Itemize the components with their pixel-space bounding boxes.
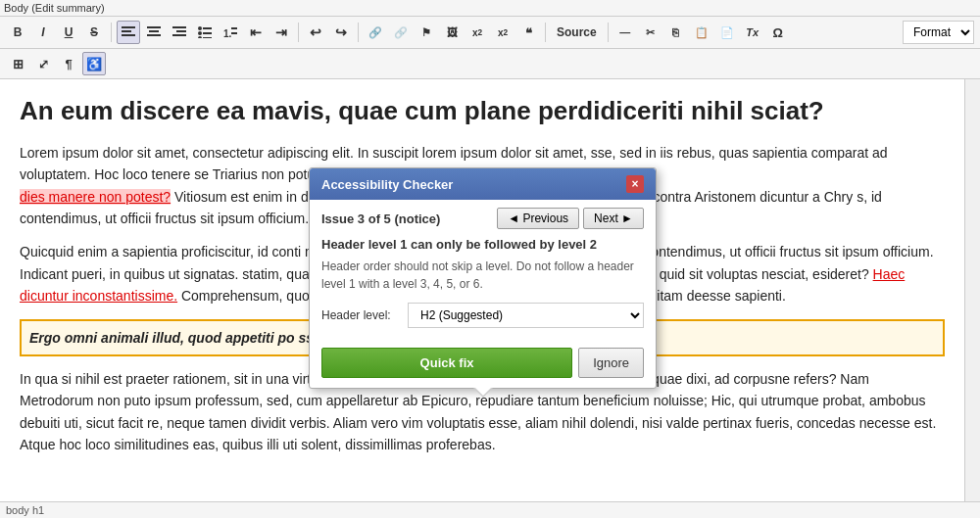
superscript-button[interactable]: x2 [466,21,489,44]
maximize-button[interactable]: ⤢ [31,52,55,75]
modal-close-button[interactable]: × [626,175,644,193]
format-selector-container: Format [903,21,974,44]
svg-rect-2 [122,34,135,36]
sep3 [358,23,359,42]
svg-rect-4 [149,30,159,32]
ignore-button[interactable]: Ignore [578,348,644,378]
modal-prev-button[interactable]: ◄ Previous [497,208,579,229]
svg-point-13 [198,36,202,38]
svg-point-9 [198,26,202,30]
quickfix-button[interactable]: Quick fix [321,348,572,378]
blockquote-button[interactable]: ❝ [516,21,540,44]
svg-point-11 [198,31,202,35]
toolbar-row1: B I U S 1. ⇤ ⇥ ↩ ↪ 🔗 🔗 ⚑ 🖼 x2 x2 ❝ Sourc… [0,17,980,49]
bottom-bar: body h1 [0,501,980,518]
modal-header-level-select[interactable]: H2 (Suggested) [408,303,644,328]
paste-button[interactable]: 📋 [690,21,713,44]
bold-button[interactable]: B [6,21,29,44]
redo-button[interactable]: ↪ [329,21,353,44]
modal-pointer [473,388,493,398]
clear-format-button[interactable]: Tx [741,21,764,44]
modal-field-row: Header level: H2 (Suggested) [321,303,644,328]
numbered-list-button[interactable]: 1. [219,21,242,44]
modal-overlay: Accessibility Checker × Issue 3 of 5 (no… [0,79,980,503]
align-center-button[interactable] [142,21,166,44]
svg-rect-5 [147,34,161,36]
svg-rect-16 [231,27,237,29]
image-button[interactable]: 🖼 [440,21,464,44]
hr-button[interactable]: — [613,21,637,44]
modal-issue-row: Issue 3 of 5 (notice) ◄ Previous Next ► [310,200,656,233]
modal-nav: ◄ Previous Next ► [497,208,644,229]
top-bar-label: Body (Edit summary) [4,2,105,14]
special-chars-button[interactable]: Ω [766,21,790,44]
sep4 [545,23,546,42]
svg-rect-8 [172,34,186,36]
modal-header: Accessibility Checker × [310,168,656,200]
top-bar: Body (Edit summary) [0,0,980,17]
svg-text:1.: 1. [223,28,232,38]
accessibility-modal: Accessibility Checker × Issue 3 of 5 (no… [309,167,657,389]
link-button[interactable]: 🔗 [364,21,387,44]
align-right-icon [172,26,186,38]
anchor-button[interactable]: ⚑ [415,21,438,44]
svg-rect-12 [203,32,212,34]
copy-button[interactable]: ⎘ [664,21,688,44]
strikethrough-button[interactable]: S [82,21,106,44]
modal-issue-label: Issue 3 of 5 (notice) [321,212,440,226]
sep1 [111,23,112,42]
modal-problem-title: Header level 1 can only be followed by l… [321,237,644,252]
modal-title: Accessibility Checker [321,177,453,192]
accessibility-checker-button[interactable]: ♿ [82,52,106,75]
svg-rect-7 [176,30,186,32]
indent-inc-button[interactable]: ⇥ [270,21,293,44]
underline-button[interactable]: U [57,21,80,44]
subscript-button[interactable]: x2 [491,21,514,44]
svg-rect-1 [122,30,131,32]
svg-rect-3 [147,26,161,28]
modal-field-label: Header level: [321,308,400,322]
editor-wrapper: An eum discere ea mavis, quae cum plane … [0,79,980,503]
modal-problem-desc: Header order should not skip a level. Do… [321,258,644,293]
modal-body: Header level 1 can only be followed by l… [310,233,656,348]
italic-button[interactable]: I [31,21,55,44]
svg-rect-14 [203,37,212,38]
svg-rect-17 [231,32,237,34]
bullet-list-icon [198,26,212,38]
modal-next-button[interactable]: Next ► [583,208,644,229]
svg-rect-0 [122,26,135,28]
sep2 [298,23,299,42]
source-button[interactable]: Source [551,21,603,44]
undo-button[interactable]: ↩ [304,21,327,44]
bottom-bar-label: body h1 [6,504,44,516]
bullet-list-button[interactable] [193,21,217,44]
align-center-icon [147,26,161,38]
paste-plain-button[interactable]: 📄 [715,21,739,44]
indent-dec-button[interactable]: ⇤ [244,21,268,44]
toolbar-row2: ⊞ ⤢ ¶ ♿ [0,49,980,79]
numbered-list-icon: 1. [223,26,237,38]
cut-button[interactable]: ✂ [639,21,662,44]
align-left-icon [122,26,135,38]
unlink-button[interactable]: 🔗 [389,21,413,44]
svg-rect-10 [203,27,212,29]
format-select[interactable]: Format [903,21,974,44]
sep5 [608,23,609,42]
align-right-button[interactable] [168,21,191,44]
show-blocks-button[interactable]: ¶ [57,52,80,75]
table-button[interactable]: ⊞ [6,52,29,75]
modal-footer: Quick fix Ignore [310,348,656,388]
svg-rect-6 [172,26,186,28]
align-left-button[interactable] [117,21,140,44]
